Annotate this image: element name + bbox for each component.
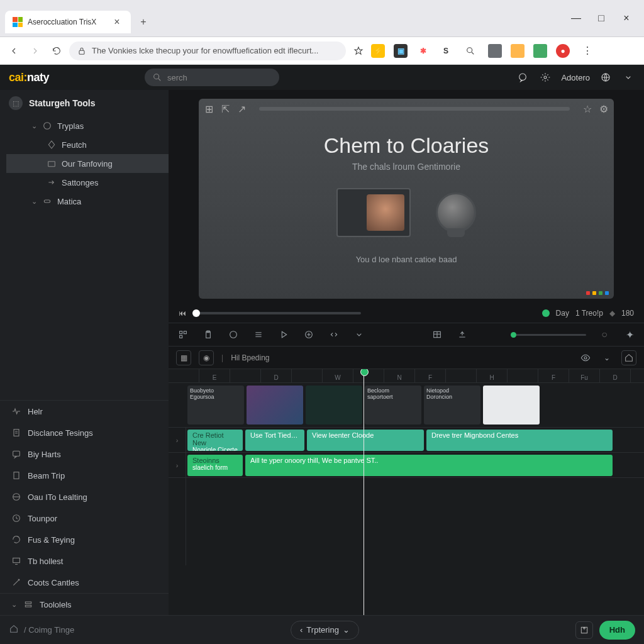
clip[interactable]: Steoinnsslaelich form xyxy=(187,455,243,476)
tool-circle-icon[interactable] xyxy=(226,328,240,341)
clip-thumb[interactable]: NietopodDoroncion xyxy=(424,386,480,425)
app-logo[interactable]: cai:naty xyxy=(9,71,49,84)
timeline[interactable]: E D W N F H F Fu D BuobyetoEgoursoa xyxy=(169,369,644,615)
track-label[interactable]: › xyxy=(169,453,186,477)
ext-icon-s[interactable]: S xyxy=(439,44,453,58)
preview-icon-3[interactable]: ↗ xyxy=(236,104,247,114)
side-item-2[interactable]: Biy Harts xyxy=(0,443,169,465)
scrubber-bar: ⏮ Day 1 Treo!p ◆ 180 xyxy=(169,304,644,323)
new-tab-button[interactable]: + xyxy=(137,16,150,28)
scrub-track[interactable] xyxy=(192,312,361,314)
tool-add-icon[interactable] xyxy=(302,328,316,341)
clip[interactable]: Use Tort Tied… xyxy=(245,430,304,451)
close-window-icon[interactable]: × xyxy=(619,11,634,26)
ext-icon-4[interactable] xyxy=(488,44,502,58)
playhead[interactable] xyxy=(364,369,364,615)
search-ext-icon[interactable] xyxy=(462,42,479,60)
side-item-9[interactable]: ⌄Toololels xyxy=(0,593,169,615)
clip-thumb[interactable] xyxy=(483,386,540,425)
clip[interactable]: Aill te yper onoory thill, We be pantve … xyxy=(245,455,613,476)
footer-center-button[interactable]: ‹ Trptering ⌄ xyxy=(291,621,359,640)
clip-thumb[interactable] xyxy=(247,386,303,425)
ruler-tick: W xyxy=(323,369,353,382)
sub-home-icon[interactable] xyxy=(621,350,636,365)
play-icon[interactable] xyxy=(277,328,291,341)
tool-share-icon[interactable] xyxy=(455,328,469,341)
chevron-down-icon[interactable]: ⌄ xyxy=(600,351,614,365)
clip-thumb[interactable] xyxy=(306,386,362,425)
menu-dots-icon[interactable]: ⋮ xyxy=(579,42,596,60)
preview-icon-1[interactable]: ⊞ xyxy=(204,104,214,114)
chevron-down-icon[interactable] xyxy=(621,70,635,84)
preview-icon-2[interactable]: ⇱ xyxy=(220,104,230,114)
clip[interactable]: Dreve trer Mignbond Centes xyxy=(426,430,613,451)
forward-icon[interactable] xyxy=(26,42,44,60)
clip[interactable]: Cre Retiot NewNoarigle Cicerte xyxy=(187,430,243,451)
ext-icon-5[interactable] xyxy=(511,44,525,58)
star-icon[interactable]: ☆ xyxy=(582,104,592,114)
ext-icon-3[interactable]: ✱ xyxy=(416,44,430,58)
side-item-1[interactable]: Disclance Tesings xyxy=(0,422,169,443)
svg-point-3 xyxy=(519,74,526,80)
star-icon[interactable] xyxy=(350,42,367,60)
ext-icon-1[interactable]: ⚡ xyxy=(371,44,385,58)
tool-spark-icon[interactable]: ✦ xyxy=(623,328,636,341)
close-tab-icon[interactable]: × xyxy=(111,16,123,28)
zoom-slider[interactable] xyxy=(511,334,586,336)
back-icon[interactable] xyxy=(5,42,23,60)
sub-icon-2[interactable]: ◉ xyxy=(199,350,214,365)
preview-canvas[interactable]: ⊞ ⇱ ↗ ☆ ⚙ Chem to Cloaries The chals lro… xyxy=(199,99,614,299)
skip-start-icon[interactable]: ⏮ xyxy=(179,309,186,318)
tool-code-icon[interactable] xyxy=(327,328,341,341)
tool-clipboard-icon[interactable] xyxy=(201,328,215,341)
side-item-0[interactable]: Helr xyxy=(0,401,169,422)
minimize-icon[interactable]: — xyxy=(569,11,584,26)
side-item-6[interactable]: Fus & Teying xyxy=(0,529,169,550)
ruler-tick: E xyxy=(199,369,230,382)
home-icon[interactable] xyxy=(9,624,19,636)
clip-thumbs-row: BuobyetoEgoursoa Becloomsaportoert Nieto… xyxy=(169,383,644,427)
reload-icon[interactable] xyxy=(48,42,65,60)
side-item-4[interactable]: Oau ITo Lealting xyxy=(0,486,169,508)
tool-list-icon[interactable] xyxy=(252,328,265,341)
export-icon[interactable] xyxy=(575,621,593,639)
tree-root[interactable]: ⌄ Tryplas xyxy=(6,116,169,135)
clip[interactable]: View leenter Cloode xyxy=(307,430,424,451)
globe-icon[interactable] xyxy=(599,70,613,84)
svg-rect-19 xyxy=(180,335,182,338)
gear-icon[interactable] xyxy=(538,70,552,84)
tree-item-2[interactable]: Our Tanfoving xyxy=(6,154,169,173)
sub-eye-icon[interactable] xyxy=(579,351,592,365)
browser-tab[interactable]: Aseroccluation TrisX × xyxy=(5,11,131,33)
sub-icon-1[interactable]: ▦ xyxy=(176,350,191,365)
track-label[interactable] xyxy=(169,478,186,565)
ext-icon-2[interactable]: ▣ xyxy=(394,44,408,58)
tree-label: Our Tanfoving xyxy=(62,159,113,169)
search-input[interactable]: serch xyxy=(145,69,279,86)
tool-table-icon[interactable] xyxy=(430,328,444,341)
gear-icon[interactable]: ⚙ xyxy=(599,104,609,114)
side-item-8[interactable]: Coots Cantles xyxy=(0,572,169,593)
maximize-icon[interactable]: □ xyxy=(594,11,609,26)
clip-thumb[interactable]: Becloomsaportoert xyxy=(365,386,421,425)
tree-item-1[interactable]: Feutch xyxy=(6,135,169,154)
primary-action-button[interactable]: Hdh xyxy=(599,621,635,640)
ext-icon-7[interactable]: ● xyxy=(556,44,570,58)
url-input[interactable]: The Vonkies lcke thecup your for enowffu… xyxy=(69,42,346,60)
track-label[interactable]: › xyxy=(169,428,186,452)
side-label: Beam Trip xyxy=(28,471,65,480)
side-item-5[interactable]: Tounpor xyxy=(0,508,169,529)
tree-item-4[interactable]: ⌄ Matica xyxy=(6,192,169,211)
side-item-3[interactable]: Beam Trip xyxy=(0,465,169,486)
user-label[interactable]: Adotero xyxy=(561,73,590,82)
preview-progress[interactable] xyxy=(259,107,570,111)
ext-icon-6[interactable] xyxy=(533,44,547,58)
tree-item-3[interactable]: Sattonges xyxy=(6,173,169,192)
chat-icon[interactable] xyxy=(516,70,530,84)
side-item-7[interactable]: Tb hollest xyxy=(0,550,169,572)
sidebar-badge-icon: ⬚ xyxy=(9,96,23,110)
chevron-down-icon[interactable] xyxy=(352,328,366,341)
clip-thumb[interactable]: BuobyetoEgoursoa xyxy=(187,386,244,425)
tool-grid-icon[interactable] xyxy=(176,328,190,341)
ruler-tick xyxy=(508,369,538,382)
